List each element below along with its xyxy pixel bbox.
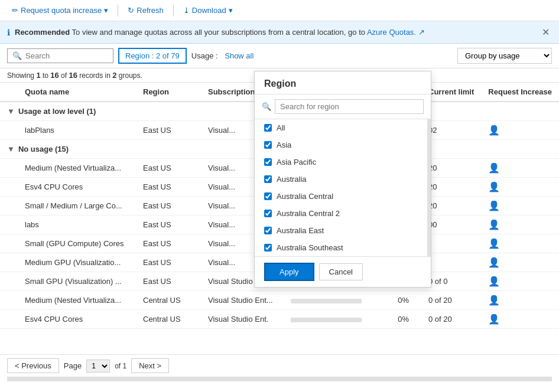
row-subscription: Visual Studio Ent. xyxy=(201,310,284,329)
info-text: Recommended To view and manage quotas ac… xyxy=(15,28,535,37)
region-item[interactable]: Australia Central 2 xyxy=(255,205,431,222)
row-expand xyxy=(0,178,18,197)
chevron-down-icon-2: ▾ xyxy=(229,6,233,15)
row-quota: Small GPU (Visualization) ... xyxy=(18,272,136,291)
row-expand xyxy=(0,310,18,329)
region-checkbox[interactable] xyxy=(264,210,272,217)
request-icon[interactable]: 👤 xyxy=(488,182,500,192)
region-dropdown: Region 🔍 AllAsiaAsia PacificAustraliaAus… xyxy=(254,71,431,288)
region-checkbox[interactable] xyxy=(264,227,272,234)
row-request[interactable]: 👤 xyxy=(481,121,559,140)
row-region: East US xyxy=(136,197,201,215)
row-region: East US xyxy=(136,234,201,253)
row-request[interactable]: 👤 xyxy=(481,159,559,178)
row-quota: Small / Medium / Large Co... xyxy=(18,197,136,215)
region-item[interactable]: Australia xyxy=(255,171,431,188)
row-request[interactable]: 👤 xyxy=(481,272,559,291)
page-label: Page xyxy=(64,361,82,370)
row-request[interactable]: 👤 xyxy=(481,234,559,253)
row-region: East US xyxy=(136,253,201,272)
row-request[interactable]: 👤 xyxy=(481,291,559,310)
row-quota: Medium (Nested Virtualiza... xyxy=(18,159,136,178)
region-checkbox[interactable] xyxy=(264,244,272,251)
region-label: All xyxy=(277,123,285,132)
row-request[interactable]: 👤 xyxy=(481,178,559,197)
table-row: Esv4 CPU Cores Central US Visual Studio … xyxy=(0,310,559,329)
search-input[interactable] xyxy=(25,51,108,60)
row-quota: labPlans xyxy=(18,121,136,140)
usage-show-all-link[interactable]: Show all xyxy=(225,51,254,60)
request-icon[interactable]: 👤 xyxy=(488,239,500,249)
request-icon[interactable]: 👤 xyxy=(488,314,500,324)
row-request[interactable]: 👤 xyxy=(481,197,559,215)
col-request-header[interactable]: Request Increase xyxy=(481,83,559,102)
azure-quotas-link[interactable]: Azure Quotas. ↗ xyxy=(367,28,425,37)
region-checkbox[interactable] xyxy=(264,141,272,149)
search-icon: 🔍 xyxy=(12,51,22,60)
col-region-header[interactable]: Region xyxy=(136,83,201,102)
expand-icon[interactable]: ▼ xyxy=(7,145,15,153)
region-label: Asia xyxy=(277,141,291,149)
next-button[interactable]: Next > xyxy=(131,358,169,373)
quota-increase-button[interactable]: ✏ Request quota increase ▾ xyxy=(7,4,113,17)
expand-icon[interactable]: ▼ xyxy=(7,107,15,116)
region-item[interactable]: Australia East xyxy=(255,222,431,239)
request-icon[interactable]: 👤 xyxy=(488,295,500,305)
region-actions: Apply Cancel xyxy=(255,256,431,287)
region-item[interactable]: All xyxy=(255,119,431,136)
info-icon: ℹ xyxy=(7,28,10,37)
search-box: 🔍 xyxy=(7,48,113,63)
row-quota: Medium (Nested Virtualiza... xyxy=(18,291,136,310)
region-label: Australia Central 2 xyxy=(277,209,340,218)
row-request[interactable]: 👤 xyxy=(481,215,559,234)
region-label: Australia East xyxy=(277,226,324,235)
previous-button[interactable]: < Previous xyxy=(7,358,59,373)
region-label: Australia Central xyxy=(277,192,333,201)
col-quota-header[interactable]: Quota name xyxy=(18,83,136,102)
row-current: 0 of 20 xyxy=(421,291,481,310)
region-checkbox[interactable] xyxy=(264,124,272,132)
row-region: Central US xyxy=(136,310,201,329)
region-label: Australia xyxy=(277,175,307,184)
region-item[interactable]: Australia Southeast xyxy=(255,239,431,256)
region-checkbox[interactable] xyxy=(264,175,272,183)
download-icon: ⤓ xyxy=(183,6,190,15)
region-checkbox[interactable] xyxy=(264,158,272,166)
row-quota: labs xyxy=(18,215,136,234)
row-usage-pct: 0% xyxy=(391,310,421,329)
row-region: Central US xyxy=(136,291,201,310)
download-button[interactable]: ⤓ Download ▾ xyxy=(178,4,238,17)
row-region: East US xyxy=(136,215,201,234)
group-by-select[interactable]: Group by usage xyxy=(457,48,552,64)
row-usage-bar xyxy=(284,310,391,329)
request-icon[interactable]: 👤 xyxy=(488,220,500,230)
region-dropdown-title: Region xyxy=(255,71,431,94)
chevron-down-icon: ▾ xyxy=(104,6,108,15)
row-request[interactable]: 👤 xyxy=(481,253,559,272)
request-icon[interactable]: 👤 xyxy=(488,201,500,211)
request-icon[interactable]: 👤 xyxy=(488,257,500,267)
quota-icon: ✏ xyxy=(12,6,18,15)
region-checkbox[interactable] xyxy=(264,192,272,200)
row-request[interactable]: 👤 xyxy=(481,310,559,329)
request-icon[interactable]: 👤 xyxy=(488,276,500,286)
request-icon[interactable]: 👤 xyxy=(488,125,500,135)
page-select[interactable]: 1 xyxy=(86,360,110,373)
toolbar-divider xyxy=(118,5,118,17)
horizontal-scrollbar[interactable] xyxy=(7,377,552,381)
region-item[interactable]: Asia xyxy=(255,136,431,153)
cancel-button[interactable]: Cancel xyxy=(319,263,363,280)
info-bar: ℹ Recommended To view and manage quotas … xyxy=(0,21,559,44)
region-item[interactable]: Asia Pacific xyxy=(255,153,431,171)
region-scrollbar[interactable] xyxy=(427,119,431,256)
region-item[interactable]: Australia Central xyxy=(255,188,431,205)
info-close-button[interactable]: ✕ xyxy=(540,27,552,38)
request-icon[interactable]: 👤 xyxy=(488,163,500,173)
table-row: Medium (Nested Virtualiza... Central US … xyxy=(0,291,559,310)
region-filter-button[interactable]: Region : 2 of 79 xyxy=(118,48,187,64)
apply-button[interactable]: Apply xyxy=(264,263,314,281)
row-current: 0 of 20 xyxy=(421,310,481,329)
row-expand xyxy=(0,197,18,215)
refresh-button[interactable]: ↻ Refresh xyxy=(123,4,168,17)
region-search-input[interactable] xyxy=(275,99,424,114)
